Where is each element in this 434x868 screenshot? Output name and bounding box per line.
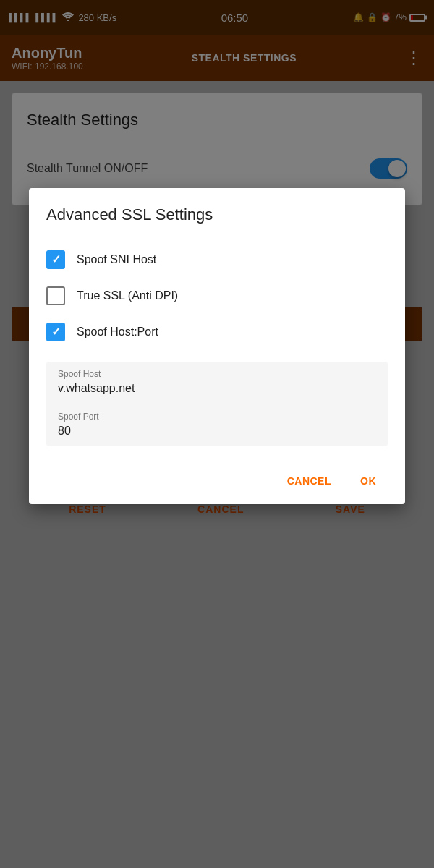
- spoof-port-field[interactable]: Spoof Port 80: [46, 404, 388, 446]
- spoof-port-value: 80: [58, 425, 376, 438]
- spoof-host-port-row: ✓ Spoof Host:Port: [46, 314, 388, 350]
- spoof-sni-row: ✓ Spoof SNI Host: [46, 242, 388, 278]
- advanced-ssl-dialog: Advanced SSL Settings ✓ Spoof SNI Host T…: [29, 188, 405, 504]
- spoof-sni-label: Spoof SNI Host: [77, 253, 156, 266]
- spoof-sni-checkbox[interactable]: ✓: [46, 250, 65, 269]
- dialog-title: Advanced SSL Settings: [46, 205, 388, 224]
- checkmark-icon: ✓: [51, 254, 61, 265]
- spoof-host-value: v.whatsapp.net: [58, 382, 376, 395]
- spoof-port-label: Spoof Port: [58, 412, 376, 422]
- dialog-ok-button[interactable]: OK: [349, 469, 388, 493]
- true-ssl-row: True SSL (Anti DPI): [46, 278, 388, 314]
- true-ssl-checkbox[interactable]: [46, 286, 65, 305]
- dialog-buttons: CANCEL OK: [46, 464, 388, 493]
- spoof-host-label: Spoof Host: [58, 369, 376, 379]
- true-ssl-label: True SSL (Anti DPI): [77, 289, 178, 302]
- spoof-host-port-label: Spoof Host:Port: [77, 326, 158, 339]
- checkmark2-icon: ✓: [51, 326, 61, 338]
- input-section: Spoof Host v.whatsapp.net Spoof Port 80: [46, 362, 388, 446]
- spoof-host-port-checkbox[interactable]: ✓: [46, 323, 65, 341]
- spoof-host-field[interactable]: Spoof Host v.whatsapp.net: [46, 362, 388, 404]
- dialog-cancel-button[interactable]: CANCEL: [276, 469, 343, 493]
